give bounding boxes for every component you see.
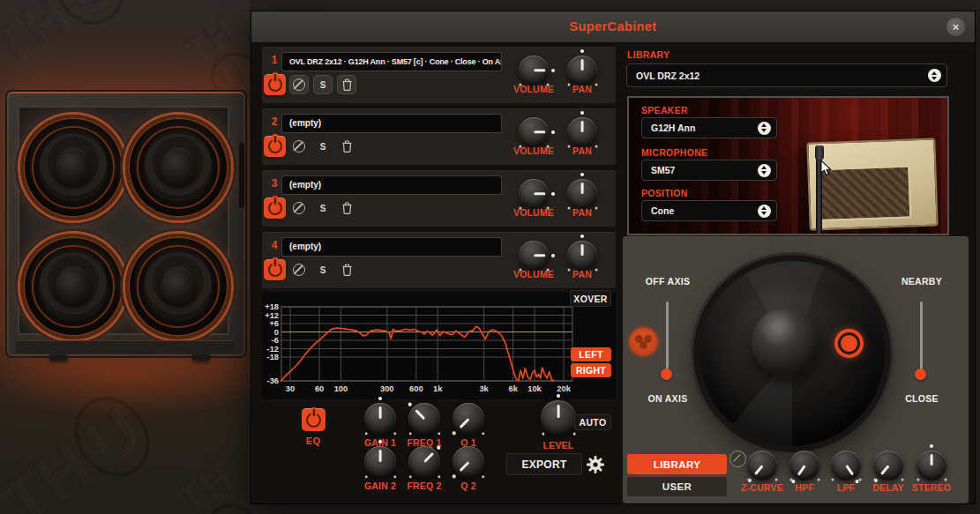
phase-button[interactable]: [289, 75, 309, 94]
solo-button[interactable]: S: [313, 137, 333, 156]
q2-knob[interactable]: [453, 446, 484, 478]
solo-button[interactable]: S: [313, 75, 333, 94]
cabinet-slot-row: 1 OVL DRZ 2x12 · G12H Ann · SM57 [c] · C…: [262, 47, 616, 103]
mic-position-marker[interactable]: [834, 329, 864, 358]
phase-button[interactable]: [289, 260, 309, 279]
speaker-artwork: [20, 234, 126, 339]
slot-number: 3: [267, 177, 281, 190]
slot-name-field[interactable]: (empty): [281, 237, 502, 257]
slot-power-button[interactable]: [264, 259, 286, 280]
pan-knob[interactable]: [567, 241, 597, 271]
delete-button[interactable]: [337, 75, 356, 94]
stereo-label: STEREO: [896, 482, 967, 493]
right-channel-button[interactable]: RIGHT: [571, 363, 611, 377]
title-bar[interactable]: SuperCabinet ×: [251, 11, 975, 43]
close-button[interactable]: ×: [946, 18, 965, 36]
stereo-knob[interactable]: [916, 451, 946, 480]
updown-arrows-icon: [928, 69, 941, 82]
microphone-select[interactable]: SM57: [641, 160, 777, 181]
slot-name-field[interactable]: (empty): [281, 175, 502, 195]
delete-button[interactable]: [337, 137, 356, 156]
cabinet-handle: [239, 143, 244, 208]
mouse-cursor: [819, 160, 833, 177]
slot-name-field[interactable]: OVL DRZ 2x12 · G12H Ann · SM57 [c] · Con…: [281, 52, 502, 71]
delay-knob[interactable]: [873, 451, 903, 480]
distance-slider-handle[interactable]: [915, 369, 926, 380]
trash-icon: [341, 264, 353, 276]
power-icon: [268, 263, 282, 277]
microphone-select-value: SM57: [651, 160, 675, 180]
pan-knob[interactable]: [567, 117, 597, 147]
screen: THU THU THU THU SuperCabinet × 1 OVL DRZ…: [0, 0, 980, 514]
settings-button[interactable]: [584, 453, 607, 476]
gain2-knob[interactable]: [364, 446, 396, 478]
on-axis-label: ON AXIS: [632, 393, 703, 404]
svg-text:0: 0: [274, 328, 279, 337]
user-tab-button[interactable]: USER: [627, 477, 727, 496]
volume-knob[interactable]: [519, 179, 549, 209]
slot-power-button[interactable]: [264, 197, 286, 219]
distance-slider-track[interactable]: [920, 302, 923, 377]
speaker-artwork: [125, 234, 231, 339]
updown-arrows-icon: [758, 164, 771, 177]
svg-text:600: 600: [409, 384, 423, 393]
position-select[interactable]: Cone: [641, 200, 777, 221]
microphone-section-label: MICROPHONE: [641, 147, 707, 158]
solo-button[interactable]: S: [313, 260, 333, 279]
slot-power-button[interactable]: [264, 74, 286, 95]
lpf-knob[interactable]: [831, 451, 861, 480]
zcurve-knob[interactable]: [747, 451, 777, 480]
phase-button[interactable]: [289, 198, 309, 218]
level-label: LEVEL: [527, 440, 589, 451]
hpf-knob[interactable]: [789, 451, 819, 480]
solo-button[interactable]: S: [313, 198, 333, 218]
auto-button[interactable]: AUTO: [574, 414, 611, 430]
speaker-select[interactable]: G12H Ann: [641, 117, 777, 138]
axis-slider-track[interactable]: [666, 302, 669, 377]
speaker-artwork: [125, 115, 231, 220]
freq2-knob[interactable]: [408, 446, 440, 478]
library-tab-button[interactable]: LIBRARY: [627, 454, 727, 474]
freq1-knob[interactable]: [408, 403, 440, 435]
svg-text:20k: 20k: [557, 384, 571, 393]
gain1-knob[interactable]: [364, 403, 396, 435]
background-art: THU THU THU THU: [0, 0, 251, 514]
zcurve-phase-icon[interactable]: [729, 451, 746, 467]
svg-text:-36: -36: [267, 376, 279, 385]
trash-icon: [341, 78, 353, 91]
level-knob[interactable]: [541, 400, 576, 436]
library-select[interactable]: OVL DRZ 2x12: [626, 63, 947, 87]
phase-icon: [293, 202, 305, 214]
pan-knob[interactable]: [567, 56, 597, 86]
close-icon: ×: [953, 20, 960, 34]
volume-knob[interactable]: [519, 56, 549, 86]
svg-text:10k: 10k: [527, 384, 542, 393]
off-axis-label: OFF AXIS: [632, 276, 703, 287]
delete-button[interactable]: [337, 198, 356, 218]
volume-knob[interactable]: [519, 241, 549, 271]
volume-knob[interactable]: [519, 117, 549, 147]
power-icon: [268, 139, 282, 153]
pan-knob[interactable]: [567, 179, 597, 209]
phase-icon: [293, 140, 305, 153]
response-curve-plot: +18+12+60-6-12-18-3630601003006001k3k6k1…: [262, 292, 616, 399]
window-title: SuperCabinet: [251, 19, 975, 34]
slot-name-field[interactable]: (empty): [281, 114, 502, 133]
trash-icon: [341, 202, 353, 214]
cabinet-lit-edge: [240, 101, 248, 347]
q1-knob[interactable]: [453, 403, 484, 435]
q2-label: Q 2: [438, 480, 499, 491]
cabinet-photo-box: SPEAKER G12H Ann MICROPHONE SM57 POSITIO…: [627, 96, 949, 235]
phase-button[interactable]: [289, 137, 309, 156]
svg-text:-6: -6: [272, 336, 279, 345]
close-label: CLOSE: [886, 393, 957, 404]
left-channel-button[interactable]: LEFT: [571, 347, 611, 361]
xover-button[interactable]: XOVER: [570, 290, 611, 307]
cabinet-foot: [49, 354, 67, 361]
export-button[interactable]: EXPORT: [506, 453, 582, 475]
thu-watermark: THU: [0, 383, 165, 514]
eq-power-button[interactable]: [302, 408, 325, 431]
slot-power-button[interactable]: [264, 136, 286, 157]
delete-button[interactable]: [337, 260, 356, 279]
axis-slider-handle[interactable]: [661, 369, 672, 380]
